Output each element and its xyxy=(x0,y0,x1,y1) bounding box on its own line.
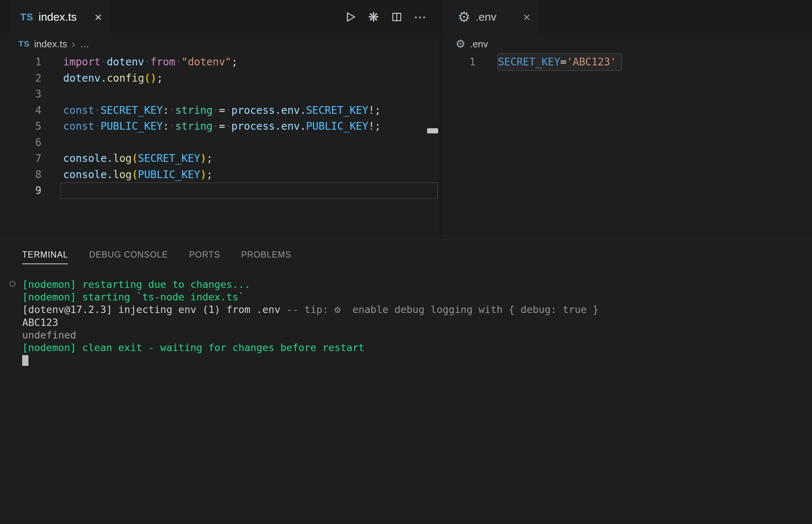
editor-group-right: ⚙ .env × ⚙ .env 1SECRET_KEY='ABC123' xyxy=(440,0,812,239)
tab-env[interactable]: ⚙ .env × xyxy=(448,0,540,34)
code-text: const·SECRET_KEY:·string·=·process.env.S… xyxy=(63,102,381,119)
tab-title: index.ts xyxy=(38,11,76,23)
code-text: console.log(SECRET_KEY); xyxy=(63,150,213,167)
line-number: 7 xyxy=(0,150,41,167)
code-line[interactable]: 1SECRET_KEY='ABC123' xyxy=(440,54,812,70)
code-text: import·dotenv·from·"dotenv"; xyxy=(63,54,238,70)
code-line[interactable]: 2dotenv.config(); xyxy=(0,70,440,86)
terminal-line xyxy=(22,354,812,367)
code-line[interactable]: 4const·SECRET_KEY:·string·=·process.env.… xyxy=(0,102,440,119)
chevron-right-icon: › xyxy=(72,38,75,50)
terminal-output[interactable]: [nodemon] restarting due to changes...[n… xyxy=(0,274,812,367)
overview-ruler-marker xyxy=(427,128,438,133)
split-editor-button[interactable] xyxy=(389,9,405,25)
command-decoration-icon[interactable] xyxy=(10,281,16,287)
terminal-line: ABC123 xyxy=(22,316,812,329)
code-text: const·PUBLIC_KEY:·string·=·process.env.P… xyxy=(63,118,381,135)
editor-toolbar: ❋ ⋯ xyxy=(342,0,440,34)
code-line[interactable]: 5const·PUBLIC_KEY:·string·=·process.env.… xyxy=(0,118,440,135)
line-number: 2 xyxy=(0,70,41,86)
more-actions-button[interactable]: ⋯ xyxy=(412,9,428,25)
tab-index-ts[interactable]: TS index.ts × xyxy=(11,0,112,34)
panel-tab-ports[interactable]: PORTS xyxy=(189,250,220,264)
terminal-line: [nodemon] starting `ts-node index.ts` xyxy=(22,291,812,303)
code-text: SECRET_KEY='ABC123' xyxy=(498,54,621,70)
gear-file-icon: ⚙ xyxy=(458,10,470,24)
code-line[interactable]: 7console.log(SECRET_KEY); xyxy=(0,150,440,167)
play-icon xyxy=(344,10,357,24)
line-number: 1 xyxy=(0,54,41,70)
bottom-panel: TERMINAL DEBUG CONSOLE PORTS PROBLEMS [n… xyxy=(0,239,812,524)
editor-area: TS index.ts × ❋ xyxy=(0,0,812,239)
terminal-cursor xyxy=(22,355,28,366)
line-number: 9 xyxy=(0,183,41,199)
typescript-file-icon: TS xyxy=(18,39,30,49)
panel-tab-debug-console[interactable]: DEBUG CONSOLE xyxy=(89,250,168,264)
breadcrumb-right: ⚙ .env xyxy=(440,34,812,54)
code-line[interactable]: 1import·dotenv·from·"dotenv"; xyxy=(0,54,440,70)
panel-tab-bar: TERMINAL DEBUG CONSOLE PORTS PROBLEMS xyxy=(0,240,812,274)
terminal-line: [nodemon] restarting due to changes... xyxy=(22,278,812,291)
panel-tab-problems[interactable]: PROBLEMS xyxy=(241,250,291,264)
code-line[interactable]: 8console.log(PUBLIC_KEY); xyxy=(0,167,440,183)
line-number: 8 xyxy=(0,167,41,183)
typescript-file-icon: TS xyxy=(20,11,33,23)
panel-tab-terminal[interactable]: TERMINAL xyxy=(22,250,68,264)
editor-group-left: TS index.ts × ❋ xyxy=(0,0,440,239)
breadcrumb-symbol[interactable]: … xyxy=(80,38,89,50)
terminal-line: undefined xyxy=(22,329,812,341)
line-number: 1 xyxy=(440,54,475,70)
code-editor-env[interactable]: 1SECRET_KEY='ABC123' xyxy=(440,54,812,239)
line-number: 5 xyxy=(0,118,41,135)
tab-bar-right: ⚙ .env × xyxy=(440,0,812,34)
split-editor-icon xyxy=(391,11,403,23)
code-text: dotenv.config(); xyxy=(63,70,163,86)
terminal-line: [dotenv@17.2.3] injecting env (1) from .… xyxy=(22,303,812,316)
terminal-line: [nodemon] clean exit - waiting for chang… xyxy=(22,341,812,354)
line-number: 4 xyxy=(0,102,41,119)
code-text: console.log(PUBLIC_KEY); xyxy=(63,167,213,183)
code-line[interactable]: 9 xyxy=(0,183,440,199)
close-tab-icon[interactable]: × xyxy=(523,10,530,24)
run-file-button[interactable] xyxy=(342,9,358,25)
tab-bar-left: TS index.ts × ❋ xyxy=(0,0,440,34)
breadcrumb-file[interactable]: index.ts xyxy=(34,38,67,50)
breadcrumb-left: TS index.ts › … xyxy=(0,34,440,54)
breadcrumb-file[interactable]: .env xyxy=(470,38,488,50)
line-number: 3 xyxy=(0,86,41,102)
gear-file-icon: ⚙ xyxy=(456,38,465,50)
chatgpt-icon-button[interactable]: ❋ xyxy=(365,9,382,25)
tab-title: .env xyxy=(475,11,497,23)
line-number: 6 xyxy=(0,135,41,151)
close-tab-icon[interactable]: × xyxy=(95,10,102,24)
code-line[interactable]: 3 xyxy=(0,86,440,102)
code-editor-index-ts[interactable]: 1import·dotenv·from·"dotenv";2dotenv.con… xyxy=(0,54,440,239)
code-line[interactable]: 6 xyxy=(0,135,440,151)
vscode-workbench: TS index.ts × ❋ xyxy=(0,0,812,524)
